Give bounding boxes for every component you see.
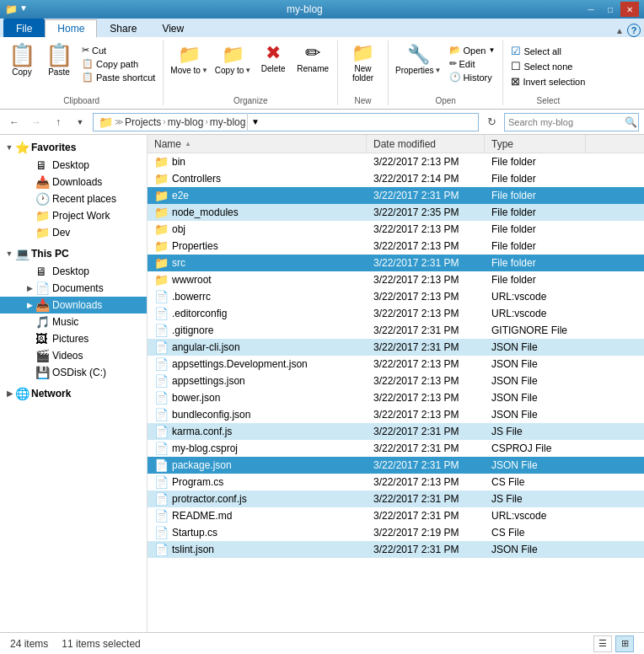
delete-button[interactable]: ✖ Delete	[256, 42, 290, 75]
copy-button[interactable]: 📋 Copy	[5, 42, 39, 78]
new-folder-button[interactable]: 📁 Newfolder	[346, 42, 380, 84]
file-name-text: protractor.conf.js	[172, 493, 247, 505]
paste-shortcut-button[interactable]: 📋 Paste shortcut	[79, 71, 158, 83]
sidebar-item-osdisk[interactable]: 💾 OSDisk (C:)	[0, 364, 147, 381]
rename-button[interactable]: ✏ Rename	[293, 42, 332, 75]
table-row[interactable]: 📄 protractor.conf.js 3/22/2017 2:31 PM J…	[148, 490, 644, 507]
open-button[interactable]: 📂 Open ▼	[447, 44, 498, 56]
table-row[interactable]: 📄 Program.cs 3/22/2017 2:13 PM CS File	[148, 474, 644, 490]
file-name-text: obj	[172, 223, 185, 235]
search-input[interactable]	[508, 117, 625, 127]
forward-button[interactable]: →	[27, 113, 46, 131]
minimize-button[interactable]: ─	[582, 2, 600, 17]
cut-button[interactable]: ✂ Cut	[79, 44, 158, 56]
properties-button[interactable]: 🔧 Properties ▼	[394, 42, 443, 77]
col-header-date[interactable]: Date modified	[367, 135, 485, 153]
table-row[interactable]: 📁 e2e 3/22/2017 2:31 PM File folder	[148, 187, 644, 204]
table-row[interactable]: 📄 my-blog.csproj 3/22/2017 2:31 PM CSPRO…	[148, 440, 644, 457]
file-name-text: appsettings.json	[172, 375, 245, 387]
history-button[interactable]: 🕐 History	[447, 71, 498, 83]
sidebar-item-projectwork[interactable]: 📁 Project Work	[0, 207, 147, 224]
ribbon-collapse-arrow[interactable]: ▲	[614, 24, 625, 36]
sidebar-section-thispc[interactable]: ▼ 💻 This PC	[0, 244, 147, 263]
tab-file[interactable]: File	[3, 19, 45, 37]
tab-view[interactable]: View	[149, 19, 196, 37]
table-row[interactable]: 📄 tslint.json 3/22/2017 2:31 PM JSON Fil…	[148, 541, 644, 558]
path-part-projects[interactable]: Projects	[125, 116, 161, 128]
select-none-button[interactable]: ☐ Select none	[508, 59, 588, 73]
address-path[interactable]: 📁 ≫ Projects › my-blog › my-blog ▼	[93, 113, 479, 131]
table-row[interactable]: 📄 .bowerrc 3/22/2017 2:13 PM URL:vscode	[148, 288, 644, 305]
invert-selection-icon: ⊠	[511, 75, 520, 88]
recent-locations-button[interactable]: ▼	[71, 113, 89, 131]
list-view-button[interactable]: ☰	[593, 635, 612, 652]
file-name-text: Program.cs	[172, 476, 223, 488]
table-row[interactable]: 📁 obj 3/22/2017 2:13 PM File folder	[148, 221, 644, 238]
sidebar-item-music[interactable]: 🎵 Music	[0, 314, 147, 330]
sidebar-item-recent[interactable]: 🕐 Recent places	[0, 190, 147, 207]
maximize-button[interactable]: □	[601, 2, 620, 17]
file-type-icon: 📄	[154, 307, 169, 320]
file-name-text: src	[172, 257, 185, 269]
sidebar-item-videos[interactable]: 🎬 Videos	[0, 347, 147, 364]
table-row[interactable]: 📄 karma.conf.js 3/22/2017 2:31 PM JS Fil…	[148, 423, 644, 440]
table-row[interactable]: 📁 wwwroot 3/22/2017 2:13 PM File folder	[148, 271, 644, 288]
table-row[interactable]: 📄 .gitignore 3/22/2017 2:31 PM GITIGNORE…	[148, 322, 644, 339]
sidebar-section-favorites[interactable]: ▼ ⭐ Favorites	[0, 138, 147, 157]
file-date-cell: 3/22/2017 2:35 PM	[367, 206, 485, 219]
sidebar-item-dev[interactable]: 📁 Dev	[0, 224, 147, 241]
tab-share[interactable]: Share	[97, 19, 149, 37]
back-button[interactable]: ←	[5, 113, 24, 131]
table-row[interactable]: 📄 Startup.cs 3/22/2017 2:19 PM CS File	[148, 524, 644, 541]
file-name-text: package.json	[172, 459, 232, 471]
select-all-button[interactable]: ☑ Select all	[508, 44, 588, 58]
table-row[interactable]: 📁 src 3/22/2017 2:31 PM File folder	[148, 255, 644, 271]
file-date-cell: 3/22/2017 2:31 PM	[367, 442, 485, 455]
table-row[interactable]: 📄 .editorconfig 3/22/2017 2:13 PM URL:vs…	[148, 305, 644, 322]
refresh-button[interactable]: ↻	[482, 113, 501, 131]
file-name-cell: 📄 Startup.cs	[148, 525, 367, 540]
col-header-name[interactable]: Name ▲	[148, 135, 367, 153]
sidebar-item-desktop-fav[interactable]: 🖥 Desktop	[0, 157, 147, 174]
table-row[interactable]: 📁 bin 3/22/2017 2:13 PM File folder	[148, 153, 644, 170]
invert-selection-button[interactable]: ⊠ Invert selection	[508, 74, 588, 88]
tab-home[interactable]: Home	[45, 19, 97, 38]
up-button[interactable]: ↑	[49, 113, 67, 131]
edit-button[interactable]: ✏ Edit	[447, 57, 498, 70]
table-row[interactable]: 📁 Properties 3/22/2017 2:13 PM File fold…	[148, 238, 644, 255]
table-row[interactable]: 📁 node_modules 3/22/2017 2:35 PM File fo…	[148, 204, 644, 221]
table-row[interactable]: 📄 bower.json 3/22/2017 2:13 PM JSON File	[148, 389, 644, 406]
table-row[interactable]: 📄 appsettings.json 3/22/2017 2:13 PM JSO…	[148, 373, 644, 389]
network-icon: 🌐	[15, 387, 30, 400]
sidebar-item-downloads-fav[interactable]: 📥 Downloads	[0, 174, 147, 190]
table-row[interactable]: 📄 bundleconfig.json 3/22/2017 2:13 PM JS…	[148, 406, 644, 423]
table-row[interactable]: 📄 README.md 3/22/2017 2:31 PM URL:vscode	[148, 507, 644, 524]
open-label: Open	[464, 46, 486, 56]
search-icon[interactable]: 🔍	[625, 116, 637, 128]
sidebar-item-pictures[interactable]: 🖼 Pictures	[0, 330, 147, 347]
file-date-cell: 3/22/2017 2:13 PM	[367, 357, 485, 371]
sidebar-section-network[interactable]: ▶ 🌐 Network	[0, 384, 147, 403]
table-row[interactable]: 📁 Controllers 3/22/2017 2:14 PM File fol…	[148, 170, 644, 187]
table-row[interactable]: 📄 angular-cli.json 3/22/2017 2:31 PM JSO…	[148, 339, 644, 356]
sidebar-item-documents[interactable]: ▶ 📄 Documents	[0, 280, 147, 297]
folder-icon-small: 📁	[5, 3, 18, 15]
paste-button[interactable]: 📋 Paste	[42, 42, 76, 78]
col-header-type[interactable]: Type	[485, 135, 586, 153]
close-button[interactable]: ✕	[620, 2, 639, 17]
details-view-button[interactable]: ⊞	[615, 635, 634, 652]
file-date-cell: 3/22/2017 2:31 PM	[367, 189, 485, 202]
address-dropdown-arrow[interactable]: ▼	[247, 113, 262, 131]
edit-icon: ✏	[449, 58, 457, 69]
table-row[interactable]: 📄 appsettings.Development.json 3/22/2017…	[148, 356, 644, 373]
table-row[interactable]: 📄 package.json 3/22/2017 2:31 PM JSON Fi…	[148, 457, 644, 474]
move-to-button[interactable]: 📁 Move to ▼	[169, 42, 210, 77]
copy-path-button[interactable]: 📋 Copy path	[79, 57, 158, 70]
sidebar-item-desktop-pc[interactable]: 🖥 Desktop	[0, 263, 147, 280]
sidebar-item-downloads-pc[interactable]: ▶ 📥 Downloads	[0, 297, 147, 314]
path-part-myblog2[interactable]: my-blog	[210, 116, 246, 128]
ribbon-help-icon[interactable]: ?	[627, 24, 641, 37]
path-part-myblog1[interactable]: my-blog	[168, 116, 204, 128]
file-type-icon: 📄	[154, 425, 169, 438]
copy-to-button[interactable]: 📁 Copy to ▼	[213, 42, 253, 77]
